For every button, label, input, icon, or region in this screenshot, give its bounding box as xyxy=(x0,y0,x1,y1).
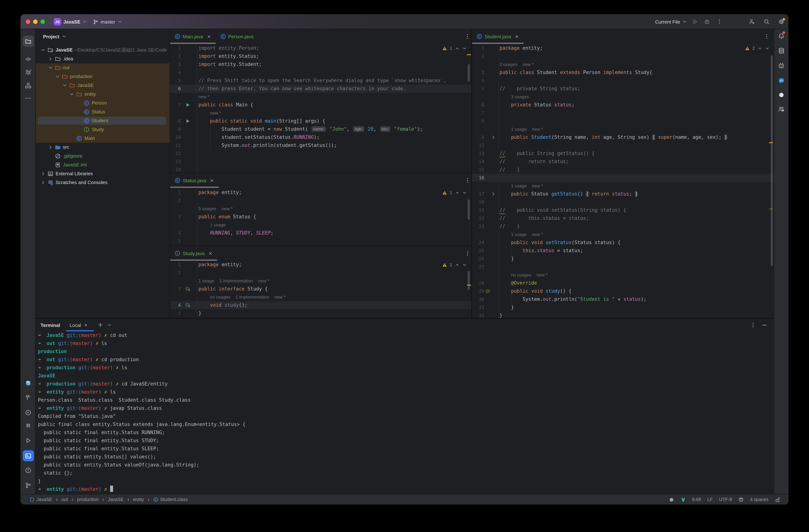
v-plugin-icon[interactable] xyxy=(680,497,686,502)
terminal-tab-local[interactable]: Local xyxy=(70,319,88,331)
close-icon[interactable] xyxy=(515,34,519,39)
tab-options-icon[interactable] xyxy=(464,34,470,39)
tool-button-python-packages[interactable] xyxy=(23,420,34,431)
tree-item-out[interactable]: out xyxy=(36,63,170,72)
tool-button-more-tools[interactable] xyxy=(23,92,34,103)
inlay-hint[interactable]: 1 usagenew * xyxy=(511,182,548,190)
tool-button-build[interactable] xyxy=(23,392,34,403)
run-icon[interactable] xyxy=(692,19,698,25)
tool-button-project[interactable] xyxy=(23,36,34,47)
tab-options-icon[interactable] xyxy=(465,250,470,256)
project-selector[interactable]: JavaSE xyxy=(63,14,87,29)
inlay-hint[interactable]: 1 usagenew * xyxy=(511,125,548,133)
terminal-output[interactable]: ➜ JavaSE git:(master) ✗ cd out➜ out git:… xyxy=(36,331,774,494)
breadcrumb-item[interactable]: entity xyxy=(133,497,144,502)
inspection-widget[interactable]: 1 xyxy=(435,44,467,52)
tool-button-pull-requests[interactable]: ? xyxy=(23,67,34,78)
inspection-widget[interactable]: 2 xyxy=(738,44,770,52)
chevron-down-icon[interactable] xyxy=(62,83,67,88)
tree-item-Person[interactable]: CPerson xyxy=(36,99,170,107)
fold-icon[interactable] xyxy=(490,135,496,140)
editor-tab-Main.java[interactable]: CMain.java xyxy=(170,29,216,44)
more-icon[interactable] xyxy=(717,19,722,25)
add-user-icon[interactable] xyxy=(749,19,755,25)
close-icon[interactable] xyxy=(206,34,211,39)
breadcrumb-item[interactable]: CStudent.class xyxy=(153,497,188,502)
scrollbar-thumb[interactable] xyxy=(468,64,470,82)
tree-item-JavaSE.iml[interactable]: JavaSE.iml xyxy=(36,160,170,169)
debug-icon[interactable] xyxy=(704,19,710,25)
tool-button-database[interactable] xyxy=(776,45,787,56)
run-config-selector[interactable]: Current File xyxy=(647,14,687,29)
hide-terminal-icon[interactable] xyxy=(761,322,768,328)
tree-item-.gitignore[interactable]: .gitignore xyxy=(36,152,170,160)
tree-item-production[interactable]: production xyxy=(36,72,170,81)
terminal-title[interactable]: Terminal xyxy=(40,319,60,331)
editor-tab-Person.java[interactable]: CPerson.java xyxy=(216,29,258,44)
breadcrumb-item[interactable]: JavaSE xyxy=(30,497,52,502)
tool-button-notifications[interactable] xyxy=(776,31,787,41)
tree-item-JavaSE[interactable]: JavaSE ~/Desktop/CS/JavaSE基础/1 Java SE/C… xyxy=(36,46,170,54)
tree-item-Study[interactable]: IStudy xyxy=(36,125,170,134)
inlay-hint[interactable]: new * xyxy=(199,93,215,101)
inspection-widget[interactable]: 1 xyxy=(435,189,467,196)
tool-button-version-control[interactable] xyxy=(23,480,34,491)
inlay-hint[interactable]: 1 usagenew * xyxy=(511,230,548,239)
scrollbar-thumb[interactable] xyxy=(468,271,470,290)
inlay-hint[interactable]: 3 usages xyxy=(511,93,534,101)
run-gutter-icon[interactable] xyxy=(185,119,190,124)
breadcrumb-item[interactable]: production xyxy=(77,497,99,502)
editor-tab-Study.java[interactable]: IStudy.java xyxy=(170,246,217,261)
session-dropdown-icon[interactable] xyxy=(107,323,112,328)
tree-item-ExternalLibraries[interactable]: External Libraries xyxy=(36,169,170,178)
chevron-right-icon[interactable] xyxy=(40,180,46,185)
inlay-hint[interactable]: 5 usagesnew * xyxy=(199,205,238,213)
editor-tab-Status.java[interactable]: EStatus.java xyxy=(170,173,219,188)
tree-item-.idea[interactable]: .idea xyxy=(36,54,170,63)
settings-icon[interactable] xyxy=(778,19,784,25)
inlay-hint[interactable]: no usages1 implementationnew * xyxy=(210,293,291,301)
status-item[interactable]: 6:68 xyxy=(692,497,701,502)
traffic-light-close[interactable] xyxy=(25,19,30,24)
editor-tab-Student.java[interactable]: CStudent.java xyxy=(472,29,524,44)
new-session-icon[interactable] xyxy=(98,322,103,328)
chevron-right-icon[interactable] xyxy=(40,171,46,176)
inlay-hint[interactable]: 1 usage1 implementationnew * xyxy=(199,277,274,285)
tool-button-problems[interactable] xyxy=(23,465,34,476)
inlay-hint[interactable]: new * xyxy=(210,109,226,117)
status-item[interactable]: UTF-8 xyxy=(719,497,732,502)
project-panel-header[interactable]: Project xyxy=(43,29,67,44)
inlay-hint[interactable]: 1 usage xyxy=(210,221,231,229)
chevron-down-icon[interactable] xyxy=(40,48,46,53)
tool-button-plugin-gopher[interactable] xyxy=(23,378,34,389)
chevron-down-icon[interactable] xyxy=(48,65,53,70)
run-gutter-icon[interactable] xyxy=(185,102,190,107)
tree-item-entity[interactable]: entity xyxy=(36,90,170,99)
traffic-light-minimize[interactable] xyxy=(33,19,37,24)
inlay-hint[interactable]: no usagesnew * xyxy=(511,271,553,279)
chevron-right-icon[interactable] xyxy=(48,145,53,150)
tool-button-chatgpt[interactable] xyxy=(776,89,787,101)
traffic-light-zoom[interactable] xyxy=(40,19,45,24)
tab-options-icon[interactable] xyxy=(764,34,770,39)
terminal-options-icon[interactable] xyxy=(750,322,756,328)
tab-options-icon[interactable] xyxy=(465,177,470,183)
tree-item-JavaSE[interactable]: JavaSE xyxy=(36,81,170,90)
close-icon[interactable] xyxy=(210,178,214,183)
inlay-hint[interactable]: 3 usagesnew * xyxy=(499,61,539,68)
implementations-icon[interactable]: I xyxy=(185,303,190,308)
chevron-down-icon[interactable] xyxy=(69,92,74,97)
branch-selector[interactable]: master xyxy=(93,14,122,29)
tree-item-Status[interactable]: EStatus xyxy=(36,107,170,116)
scrollbar-thumb[interactable] xyxy=(771,55,773,266)
tree-item-Main[interactable]: CMain xyxy=(36,134,170,143)
tool-button-commit[interactable] xyxy=(23,53,34,65)
tool-button-ai-assistant[interactable] xyxy=(776,60,787,71)
scrollbar-thumb[interactable] xyxy=(468,199,470,220)
lock-open-icon[interactable] xyxy=(775,497,780,502)
tool-button-run[interactable] xyxy=(23,435,34,446)
copilot-icon[interactable] xyxy=(738,497,744,502)
tree-item-src[interactable]: src xyxy=(36,143,170,152)
status-item[interactable]: LF xyxy=(707,497,713,502)
breadcrumb-item[interactable]: JavaSE xyxy=(108,497,124,502)
